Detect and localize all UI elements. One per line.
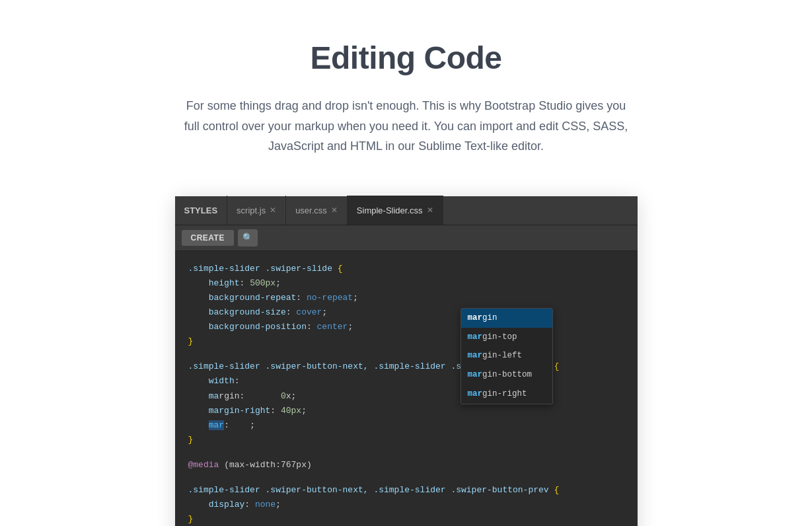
tab-usercss-close[interactable]: ✕: [331, 206, 338, 214]
editor-tabs: STYLES script.js ✕ user.css ✕ Simple-Sli…: [175, 196, 638, 225]
hero-description: For some things drag and drop isn't enou…: [182, 96, 631, 157]
autocomplete-item-margin-right[interactable]: margin-right: [461, 385, 552, 404]
code-line: .simple-slider .swiper-button-next, .sim…: [188, 359, 624, 374]
tab-styles[interactable]: STYLES: [175, 196, 228, 225]
page-wrapper: Editing Code For some things drag and dr…: [0, 0, 812, 526]
autocomplete-highlight: mar: [468, 313, 483, 322]
code-line: .simple-slider .swiper-slide {: [188, 262, 624, 276]
tab-scriptjs[interactable]: script.js ✕: [227, 196, 286, 225]
create-button[interactable]: CREATE: [182, 230, 234, 246]
hero-title: Editing Code: [13, 40, 799, 76]
code-block-2: .simple-slider .swiper-button-next, .sim…: [175, 359, 638, 447]
code-block-4: .simple-slider .swiper-button-next, .sim…: [175, 483, 638, 526]
autocomplete-item-margin[interactable]: margin: [461, 309, 552, 328]
code-line: background-size: cover;: [188, 305, 624, 320]
autocomplete-dropdown: margin margin-top margin-left margin-bot…: [461, 308, 553, 404]
code-line: background-position: center;: [188, 320, 624, 334]
search-icon: 🔍: [242, 233, 253, 243]
code-block-1: .simple-slider .swiper-slide { height: 5…: [175, 262, 638, 350]
code-line: width:: [188, 374, 624, 389]
code-line: display: none;: [188, 498, 624, 512]
autocomplete-highlight: mar: [468, 332, 483, 342]
tab-simple-slider-css-label: Simple-Slider.css: [357, 206, 423, 215]
code-line: }: [188, 433, 624, 447]
code-block-3: @media (max-width:767px): [175, 458, 638, 472]
tab-simple-slider-css[interactable]: Simple-Slider.css ✕: [348, 196, 443, 225]
tab-scriptjs-close[interactable]: ✕: [270, 206, 276, 214]
code-line: @media (max-width:767px): [188, 458, 624, 472]
code-line: background-repeat: no-repeat;: [188, 291, 624, 305]
autocomplete-item-margin-left[interactable]: margin-left: [461, 346, 552, 365]
tab-scriptjs-label: script.js: [237, 206, 266, 215]
search-button[interactable]: 🔍: [238, 229, 258, 246]
tab-usercss[interactable]: user.css ✕: [286, 196, 348, 225]
hero-section: Editing Code For some things drag and dr…: [0, 0, 812, 183]
code-line: }: [188, 334, 624, 349]
code-line: .simple-slider .swiper-button-next, .sim…: [188, 483, 624, 498]
autocomplete-highlight: mar: [468, 351, 483, 360]
code-line: height: 500px;: [188, 276, 624, 291]
editor-toolbar: CREATE 🔍: [175, 225, 638, 251]
tab-simple-slider-css-close[interactable]: ✕: [427, 206, 433, 214]
code-line: }: [188, 512, 624, 526]
tab-styles-label: STYLES: [184, 206, 218, 215]
autocomplete-highlight: mar: [468, 389, 483, 398]
autocomplete-item-margin-top[interactable]: margin-top: [461, 328, 552, 347]
autocomplete-highlight: mar: [468, 370, 483, 379]
tab-usercss-label: user.css: [295, 206, 327, 215]
code-line: mar: ;: [188, 418, 624, 433]
code-editor: STYLES script.js ✕ user.css ✕ Simple-Sli…: [175, 196, 638, 526]
code-line: margin-right: 40px;: [188, 404, 624, 418]
autocomplete-item-margin-bottom[interactable]: margin-bottom: [461, 365, 552, 385]
code-line: margin: 0x;: [188, 389, 624, 404]
editor-body[interactable]: .simple-slider .swiper-slide { height: 5…: [175, 251, 638, 526]
